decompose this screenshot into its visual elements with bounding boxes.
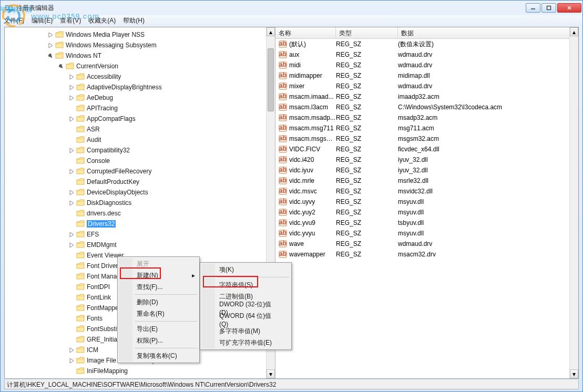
list-row[interactable]: abvidc.iyuvREG_SZiyuv_32.dll: [275, 165, 578, 176]
tree-item[interactable]: AppCompatFlags: [6, 114, 275, 124]
list-row[interactable]: abvidc.uyvyREG_SZmsyuv.dll: [275, 197, 578, 207]
menu-view[interactable]: 查看(V): [60, 16, 81, 25]
ctx-new-expandstring[interactable]: 可扩充字符串值(E): [201, 337, 290, 348]
tree-item[interactable]: CurrentVersion: [6, 61, 275, 71]
ctx-permissions[interactable]: 权限(P)...: [119, 335, 198, 346]
list-row[interactable]: abmsacm.l3acmREG_SZC:\Windows\System32\l…: [275, 102, 578, 112]
list-row[interactable]: abwaveREG_SZwdmaud.drv: [275, 239, 578, 249]
column-name[interactable]: 名称: [275, 27, 336, 38]
tree-toggle-icon[interactable]: [69, 158, 75, 164]
scroll-up-icon[interactable]: ▴: [570, 27, 578, 36]
list-row[interactable]: abmidiREG_SZwdmaud.drv: [275, 60, 578, 70]
list-row[interactable]: abmixerREG_SZwdmaud.drv: [275, 81, 578, 91]
list-scrollbar[interactable]: ▴ ▾: [569, 27, 578, 378]
tree-toggle-icon[interactable]: [69, 253, 75, 259]
ctx-find[interactable]: 查找(F)...: [119, 281, 198, 293]
tree-item[interactable]: AdaptiveDisplayBrightness: [6, 82, 275, 92]
ctx-expand[interactable]: 展开: [119, 258, 198, 270]
tree-item[interactable]: EMDMgmt: [6, 240, 275, 250]
tree-toggle-icon[interactable]: [69, 337, 75, 343]
list-row[interactable]: abvidc.yvyuREG_SZmsyuv.dll: [275, 228, 578, 239]
tree-item[interactable]: Windows Messaging Subsystem: [6, 40, 275, 50]
tree-toggle-icon[interactable]: [69, 74, 75, 80]
tree-toggle-icon[interactable]: [69, 106, 75, 111]
menu-favorites[interactable]: 收藏夹(A): [88, 16, 116, 25]
tree-item[interactable]: ASR: [6, 124, 275, 135]
list-row[interactable]: abvidc.msvcREG_SZmsvidc32.dll: [275, 186, 578, 197]
tree-toggle-icon[interactable]: [69, 326, 75, 332]
list-row[interactable]: abwavemapperREG_SZmsacm32.drv: [275, 249, 578, 260]
list-row[interactable]: abmidimapperREG_SZmidimap.dll: [275, 70, 578, 81]
list-row[interactable]: abvidc.yuy2REG_SZmsyuv.dll: [275, 207, 578, 218]
scroll-thumb[interactable]: [268, 48, 274, 111]
tree-item[interactable]: AeDebug: [6, 92, 275, 103]
ctx-new[interactable]: 新建(N)▸: [119, 270, 198, 281]
ctx-new-multistring[interactable]: 多字符串值(M): [201, 325, 290, 337]
tree-toggle-icon[interactable]: [69, 190, 75, 195]
tree-item[interactable]: DeviceDisplayObjects: [6, 187, 275, 198]
tree-toggle-icon[interactable]: [69, 368, 75, 374]
tree-item[interactable]: Compatibility32: [6, 145, 275, 156]
tree-toggle-icon[interactable]: [69, 316, 75, 322]
tree-item[interactable]: DefaultProductKey: [6, 177, 275, 187]
scroll-up-icon[interactable]: ▴: [267, 27, 275, 36]
list-row[interactable]: abvidc.i420REG_SZiyuv_32.dll: [275, 154, 578, 165]
ctx-new-qword[interactable]: QWORD (64 位)值(Q): [201, 314, 290, 325]
column-data[interactable]: 数据: [398, 27, 578, 38]
tree-toggle-icon[interactable]: [69, 95, 75, 101]
tree-item[interactable]: drivers.desc: [6, 208, 275, 219]
tree-item[interactable]: DiskDiagnostics: [6, 198, 275, 208]
list-row[interactable]: abVIDC.FICVREG_SZficvdec_x64.dll: [275, 144, 578, 154]
ctx-new-string[interactable]: 字符串值(S): [201, 279, 290, 291]
list-row[interactable]: abmsacm.msg711REG_SZmsg711.acm: [275, 123, 578, 133]
tree-toggle-icon[interactable]: [69, 358, 75, 364]
ctx-rename[interactable]: 重命名(R): [119, 308, 198, 319]
tree-toggle-icon[interactable]: [69, 148, 75, 153]
tree-toggle-icon[interactable]: [69, 305, 75, 311]
tree-toggle-icon[interactable]: [48, 32, 54, 38]
ctx-new-key[interactable]: 项(K): [201, 264, 290, 275]
tree-item[interactable]: IniFileMapping: [6, 366, 275, 376]
tree-toggle-icon[interactable]: [69, 127, 75, 132]
tree-toggle-icon[interactable]: [69, 263, 75, 269]
list-row[interactable]: abmsacm.imaad...REG_SZimaadp32.acm: [275, 91, 578, 102]
tree-toggle-icon[interactable]: [69, 137, 75, 143]
tree-item[interactable]: Windows NT: [6, 50, 275, 61]
menu-edit[interactable]: 编辑(E): [32, 16, 53, 25]
tree-toggle-icon[interactable]: [69, 221, 75, 227]
close-button[interactable]: [557, 3, 581, 13]
tree-toggle-icon[interactable]: [69, 211, 75, 216]
tree-toggle-icon[interactable]: [69, 295, 75, 301]
tree-toggle-icon[interactable]: [69, 284, 75, 290]
tree-item[interactable]: Drivers32: [6, 219, 275, 229]
tree-toggle-icon[interactable]: [69, 232, 75, 238]
tree-item[interactable]: EFS: [6, 229, 275, 240]
ctx-copy-key-name[interactable]: 复制项名称(C): [119, 350, 198, 362]
tree-toggle-icon[interactable]: [48, 53, 54, 59]
list-row[interactable]: abmsacm.msgsm...REG_SZmsgsm32.acm: [275, 133, 578, 144]
list-row[interactable]: abvidc.mrleREG_SZmsrle32.dll: [275, 176, 578, 186]
tree-item[interactable]: Console: [6, 156, 275, 166]
tree-item[interactable]: Accessibility: [6, 71, 275, 82]
tree-item[interactable]: CorruptedFileRecovery: [6, 166, 275, 177]
tree-toggle-icon[interactable]: [69, 169, 75, 174]
menu-help[interactable]: 帮助(H): [123, 16, 145, 25]
ctx-delete[interactable]: 删除(D): [119, 296, 198, 308]
tree-toggle-icon[interactable]: [69, 347, 75, 353]
scroll-down-icon[interactable]: ▾: [267, 369, 275, 378]
ctx-export[interactable]: 导出(E): [119, 323, 198, 335]
tree-toggle-icon[interactable]: [69, 274, 75, 280]
list-row[interactable]: abmsacm.msadp...REG_SZmsadp32.acm: [275, 112, 578, 123]
tree-toggle-icon[interactable]: [69, 179, 75, 185]
list-row[interactable]: abauxREG_SZwdmaud.drv: [275, 49, 578, 60]
tree-toggle-icon[interactable]: [69, 200, 75, 206]
maximize-button[interactable]: [541, 3, 556, 13]
tree-item[interactable]: Audit: [6, 135, 275, 145]
column-type[interactable]: 类型: [336, 27, 398, 38]
tree-item[interactable]: Windows Media Player NSS: [6, 29, 275, 40]
minimize-button[interactable]: [526, 3, 540, 13]
tree-toggle-icon[interactable]: [69, 85, 75, 90]
tree-toggle-icon[interactable]: [58, 64, 64, 69]
list-row[interactable]: ab(默认)REG_SZ(数值未设置): [275, 39, 578, 49]
tree-toggle-icon[interactable]: [69, 116, 75, 122]
